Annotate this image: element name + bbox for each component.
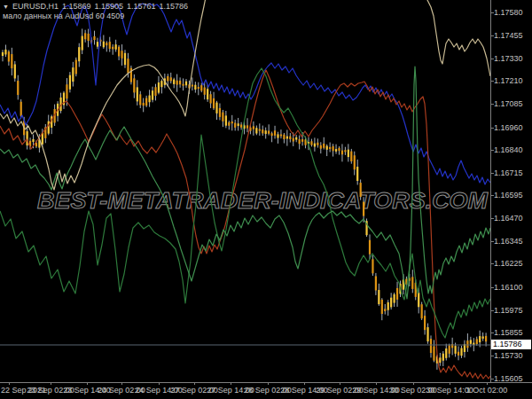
price-axis-label: 1.16100: [494, 283, 523, 292]
green-line-light: [0, 66, 490, 299]
ohlc-info: ▼EURUSD,H11.158691.159051.157611.15786: [3, 2, 192, 12]
blue-line: [0, 4, 490, 184]
price-axis-label: 1.17210: [494, 76, 523, 85]
price-axis-label: 1.16470: [494, 214, 523, 223]
current-price-tag: 1.15786: [491, 340, 531, 349]
price-axis-label: 1.17085: [494, 99, 523, 108]
price-chart-canvas[interactable]: BEST-METATRADER-INDICATORS.COM: [0, 0, 532, 399]
high-value: 1.15905: [95, 2, 124, 11]
price-axis-label: 1.15605: [494, 374, 523, 383]
price-axis-label: 1.16960: [494, 123, 523, 132]
low-value: 1.15761: [127, 2, 156, 11]
price-axis-label: 1.16715: [494, 168, 523, 177]
price-axis-label: 1.16225: [494, 259, 523, 268]
open-value: 1.15869: [62, 2, 91, 11]
price-axis-label: 1.15855: [494, 328, 523, 337]
price-axis-label: 1.16840: [494, 145, 523, 154]
time-axis-label: 1 Oct 02:00: [466, 386, 508, 395]
close-value: 1.15786: [160, 2, 189, 11]
price-axis-label: 1.15975: [494, 306, 523, 315]
watermark-text: BEST-METATRADER-INDICATORS.COM: [37, 187, 489, 214]
symbol-period-label: EURUSD,H1: [12, 2, 59, 11]
price-axis-label: 1.17330: [494, 54, 523, 63]
price-axis-label: 1.15730: [494, 351, 523, 360]
mt4-chart-window: BEST-METATRADER-INDICATORS.COM ▼EURUSD,H…: [0, 0, 532, 399]
price-axis-label: 1.17455: [494, 31, 523, 40]
price-axis-label: 1.16345: [494, 237, 523, 246]
indicator-alert-text: мало данных на AudUsd 60 4509: [3, 12, 124, 20]
symbol-dropdown-icon: ▼: [3, 4, 9, 10]
price-axis-label: 1.17580: [494, 8, 523, 17]
price-axis-label: 1.16595: [494, 191, 523, 200]
plot-area[interactable]: BEST-METATRADER-INDICATORS.COM: [0, 0, 490, 379]
